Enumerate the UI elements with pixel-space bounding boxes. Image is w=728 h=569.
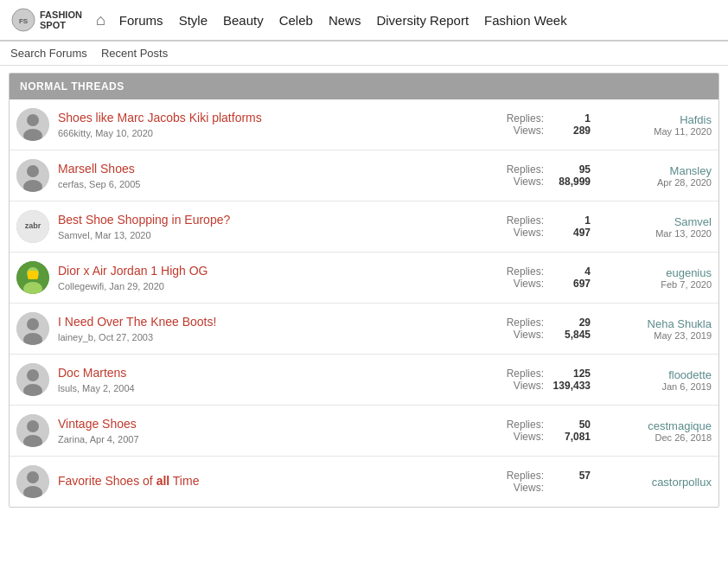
views-value: 497	[547, 227, 591, 239]
last-user[interactable]: eugenius	[599, 266, 712, 279]
replies-label: Replies:	[507, 163, 544, 176]
thread-meta: Collegewifi, Jan 29, 2020	[58, 281, 164, 291]
avatar	[16, 363, 49, 396]
logo-icon: FS	[10, 7, 36, 33]
main-content: NORMAL THREADS Shoes like Marc Jacobs Ki…	[0, 66, 728, 515]
thread-last: Samvel Mar 13, 2020	[599, 215, 712, 239]
avatar: zabr	[16, 210, 49, 243]
thread-info: I Need Over The Knee Boots! lainey_b, Oc…	[58, 315, 469, 343]
views-label: Views:	[514, 380, 544, 392]
thread-last: cestmagique Dec 26, 2018	[599, 419, 712, 443]
views-label: Views:	[514, 176, 544, 188]
search-forums-link[interactable]: Search Forums	[10, 47, 87, 60]
views-value: 7,081	[547, 431, 591, 443]
replies-value: 1	[547, 112, 591, 125]
views-value: 88,999	[547, 176, 591, 188]
avatar	[16, 261, 49, 294]
svg-point-6	[27, 165, 39, 177]
thread-title[interactable]: Dior x Air Jordan 1 High OG	[58, 264, 469, 278]
nav-item-fashionweek[interactable]: Fashion Week	[484, 13, 567, 28]
thread-last: eugenius Feb 7, 2020	[599, 266, 712, 290]
avatar	[16, 414, 49, 447]
thread-stats: Replies: 57 Views:	[469, 470, 599, 494]
nav-item-diversity[interactable]: Diversity Report	[376, 13, 469, 28]
svg-text:FS: FS	[19, 17, 29, 25]
last-date: Feb 7, 2020	[599, 279, 712, 290]
last-user[interactable]: castorpollux	[599, 476, 712, 489]
svg-point-22	[27, 471, 39, 483]
last-user[interactable]: Samvel	[599, 215, 712, 228]
views-label: Views:	[514, 278, 544, 290]
site-logo: FS FASHION SPOT	[10, 7, 82, 33]
replies-label: Replies:	[507, 368, 544, 380]
views-value	[547, 482, 591, 494]
home-icon[interactable]: ⌂	[96, 11, 105, 29]
thread-meta: Zarina, Apr 4, 2007	[58, 434, 139, 444]
svg-rect-11	[28, 271, 38, 279]
last-user[interactable]: Neha Shukla	[599, 317, 712, 330]
thread-info: Favorite Shoes of all Time	[58, 474, 469, 489]
views-label: Views:	[514, 125, 544, 137]
thread-title[interactable]: Doc Martens	[58, 366, 469, 380]
last-date: Jan 6, 2019	[599, 381, 712, 392]
last-user[interactable]: floodette	[599, 368, 712, 381]
last-date: May 11, 2020	[599, 126, 712, 137]
table-row: Shoes like Marc Jacobs Kiki platforms 66…	[10, 99, 718, 150]
table-row: Dior x Air Jordan 1 High OG Collegewifi,…	[10, 253, 718, 304]
thread-title[interactable]: Best Shoe Shopping in Europe?	[58, 213, 469, 227]
table-row: zabr Best Shoe Shopping in Europe? Samve…	[10, 201, 718, 253]
thread-last: castorpollux	[599, 476, 712, 489]
views-label: Views:	[514, 431, 544, 443]
thread-meta: cerfas, Sep 6, 2005	[58, 179, 140, 189]
nav-item-celeb[interactable]: Celeb	[279, 13, 313, 28]
thread-title[interactable]: Shoes like Marc Jacobs Kiki platforms	[58, 111, 469, 125]
threads-section: NORMAL THREADS Shoes like Marc Jacobs Ki…	[9, 73, 719, 508]
nav-item-news[interactable]: News	[329, 13, 361, 28]
nav-item-beauty[interactable]: Beauty	[223, 13, 264, 28]
thread-stats: Replies: 1 Views: 289	[469, 112, 599, 137]
last-date: Apr 28, 2020	[599, 177, 712, 188]
thread-info: Doc Martens lsuls, May 2, 2004	[58, 366, 469, 394]
thread-stats: Replies: 4 Views: 697	[469, 265, 599, 290]
logo-text: FASHION SPOT	[40, 10, 82, 30]
nav-list: Forums Style Beauty Celeb News Diversity…	[119, 13, 567, 28]
thread-stats: Replies: 29 Views: 5,845	[469, 316, 599, 341]
thread-stats: Replies: 50 Views: 7,081	[469, 419, 599, 443]
replies-value: 29	[547, 316, 591, 329]
thread-meta: Samvel, Mar 13, 2020	[58, 230, 151, 240]
thread-title[interactable]: Marsell Shoes	[58, 162, 469, 176]
svg-point-16	[27, 369, 39, 381]
replies-label: Replies:	[507, 265, 544, 278]
thread-info: Vintage Shoes Zarina, Apr 4, 2007	[58, 417, 469, 445]
thread-stats: Replies: 95 Views: 88,999	[469, 163, 599, 188]
avatar	[16, 465, 49, 498]
thread-title[interactable]: Vintage Shoes	[58, 417, 469, 431]
table-row: Favorite Shoes of all Time Replies: 57 V…	[10, 457, 718, 507]
replies-value: 95	[547, 163, 591, 176]
last-user[interactable]: cestmagique	[599, 419, 712, 432]
thread-info: Best Shoe Shopping in Europe? Samvel, Ma…	[58, 213, 469, 241]
recent-posts-link[interactable]: Recent Posts	[101, 47, 168, 60]
avatar	[16, 108, 49, 141]
thread-info: Shoes like Marc Jacobs Kiki platforms 66…	[58, 111, 469, 139]
thread-title[interactable]: I Need Over The Knee Boots!	[58, 315, 469, 329]
last-user[interactable]: Hafdis	[599, 113, 712, 126]
views-label: Views:	[514, 329, 544, 341]
replies-value: 57	[547, 470, 591, 482]
last-user[interactable]: Mansley	[599, 164, 712, 177]
views-value: 697	[547, 278, 591, 290]
thread-last: floodette Jan 6, 2019	[599, 368, 712, 392]
views-label: Views:	[514, 482, 544, 494]
nav-item-style[interactable]: Style	[179, 13, 208, 28]
thread-title[interactable]: Favorite Shoes of all Time	[58, 474, 469, 488]
last-date: Mar 13, 2020	[599, 228, 712, 239]
section-header: NORMAL THREADS	[10, 74, 718, 99]
replies-label: Replies:	[507, 214, 544, 227]
table-row: Vintage Shoes Zarina, Apr 4, 2007 Replie…	[10, 406, 718, 457]
nav-item-forums[interactable]: Forums	[119, 13, 163, 28]
avatar	[16, 312, 49, 345]
thread-meta: lsuls, May 2, 2004	[58, 383, 135, 393]
thread-last: Neha Shukla May 23, 2019	[599, 317, 712, 341]
thread-info: Marsell Shoes cerfas, Sep 6, 2005	[58, 162, 469, 190]
thread-last: Hafdis May 11, 2020	[599, 113, 712, 137]
